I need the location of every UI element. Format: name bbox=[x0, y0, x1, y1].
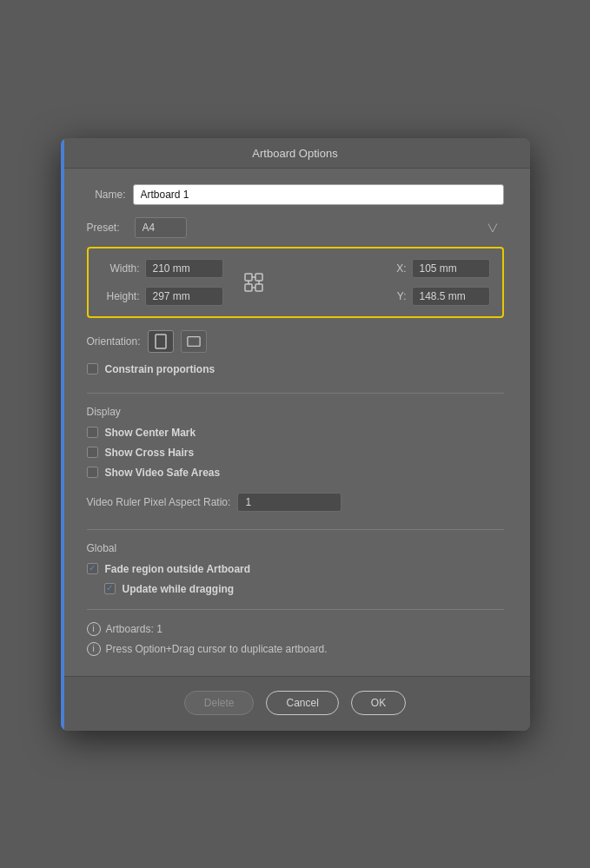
height-input[interactable] bbox=[145, 287, 223, 306]
width-label: Width: bbox=[101, 262, 140, 275]
fade-region-row: Fade region outside Artboard bbox=[87, 563, 504, 575]
constrain-label[interactable]: Constrain proportions bbox=[105, 363, 215, 375]
svg-rect-0 bbox=[245, 274, 252, 281]
show-cross-hairs-row: Show Cross Hairs bbox=[87, 447, 504, 459]
show-video-safe-areas-row: Show Video Safe Areas bbox=[87, 467, 504, 479]
dimensions-box: Width: Height: bbox=[87, 247, 504, 318]
update-dragging-row: Update while dragging bbox=[87, 583, 504, 595]
tip-info-row: i Press Option+Drag cursor to duplicate … bbox=[87, 642, 504, 656]
update-dragging-label[interactable]: Update while dragging bbox=[123, 583, 235, 595]
show-center-mark-checkbox[interactable] bbox=[87, 427, 98, 438]
svg-rect-8 bbox=[156, 335, 166, 348]
svg-rect-1 bbox=[255, 274, 262, 281]
dialog-title: Artboard Options bbox=[61, 138, 530, 169]
video-ratio-label: Video Ruler Pixel Aspect Ratio: bbox=[87, 496, 231, 508]
x-input[interactable] bbox=[412, 259, 490, 278]
constrain-row: Constrain proportions bbox=[87, 363, 504, 375]
ok-button[interactable]: OK bbox=[351, 691, 406, 715]
left-stripe bbox=[61, 138, 64, 731]
preset-row: Preset: A4 Letter Custom bbox=[87, 217, 504, 238]
show-video-safe-areas-label[interactable]: Show Video Safe Areas bbox=[105, 467, 221, 479]
dialog-title-text: Artboard Options bbox=[252, 147, 337, 160]
name-row: Name: bbox=[87, 184, 504, 205]
info-icon-1: i bbox=[87, 622, 101, 636]
show-center-mark-row: Show Center Mark bbox=[87, 427, 504, 439]
info-icon-2: i bbox=[87, 642, 101, 656]
name-label: Name: bbox=[87, 189, 126, 201]
delete-button[interactable]: Delete bbox=[184, 691, 255, 715]
fade-region-label[interactable]: Fade region outside Artboard bbox=[105, 563, 251, 575]
tip-text: Press Option+Drag cursor to duplicate ar… bbox=[106, 643, 328, 655]
svg-rect-3 bbox=[255, 284, 262, 291]
section-divider-2 bbox=[87, 529, 504, 530]
video-ratio-input[interactable] bbox=[237, 493, 341, 512]
width-input[interactable] bbox=[145, 259, 223, 278]
artboards-count-text: Artboards: 1 bbox=[106, 623, 162, 635]
x-label: X: bbox=[368, 262, 407, 275]
height-label: Height: bbox=[101, 290, 140, 302]
landscape-button[interactable] bbox=[181, 330, 207, 353]
orientation-label: Orientation: bbox=[87, 335, 141, 348]
portrait-button[interactable] bbox=[148, 330, 174, 353]
global-section-title: Global bbox=[87, 542, 504, 554]
y-label: Y: bbox=[368, 290, 407, 302]
show-cross-hairs-checkbox[interactable] bbox=[87, 447, 98, 458]
section-divider-3 bbox=[87, 609, 504, 610]
show-center-mark-label[interactable]: Show Center Mark bbox=[105, 427, 196, 439]
constrain-checkbox[interactable] bbox=[87, 363, 98, 374]
display-section-title: Display bbox=[87, 406, 504, 418]
orientation-row: Orientation: bbox=[87, 330, 504, 353]
height-row: Height: bbox=[101, 287, 223, 306]
update-dragging-checkbox[interactable] bbox=[104, 583, 116, 594]
artboards-info-row: i Artboards: 1 bbox=[87, 622, 504, 636]
fade-region-checkbox[interactable] bbox=[87, 563, 98, 574]
chain-icon bbox=[241, 271, 267, 294]
preset-label: Preset: bbox=[87, 222, 135, 234]
x-row: X: bbox=[368, 259, 490, 278]
width-row: Width: bbox=[101, 259, 223, 278]
name-input[interactable] bbox=[133, 184, 504, 205]
section-divider-1 bbox=[87, 393, 504, 394]
y-input[interactable] bbox=[412, 287, 490, 306]
dialog-body: Name: Preset: A4 Letter Custom Width: bbox=[61, 169, 530, 676]
show-cross-hairs-label[interactable]: Show Cross Hairs bbox=[105, 447, 195, 459]
preset-select-wrapper: A4 Letter Custom bbox=[135, 217, 504, 238]
svg-rect-2 bbox=[245, 284, 252, 291]
dim-left: Width: Height: bbox=[101, 259, 223, 306]
video-ratio-row: Video Ruler Pixel Aspect Ratio: bbox=[87, 493, 504, 512]
button-row: Delete Cancel OK bbox=[61, 676, 530, 731]
preset-select[interactable]: A4 Letter Custom bbox=[135, 217, 187, 238]
svg-rect-9 bbox=[187, 336, 199, 346]
y-row: Y: bbox=[368, 287, 490, 306]
artboard-options-dialog: Artboard Options Name: Preset: A4 Letter… bbox=[61, 138, 530, 731]
dim-right: X: Y: bbox=[368, 259, 490, 306]
cancel-button[interactable]: Cancel bbox=[266, 691, 338, 715]
show-video-safe-areas-checkbox[interactable] bbox=[87, 467, 98, 478]
